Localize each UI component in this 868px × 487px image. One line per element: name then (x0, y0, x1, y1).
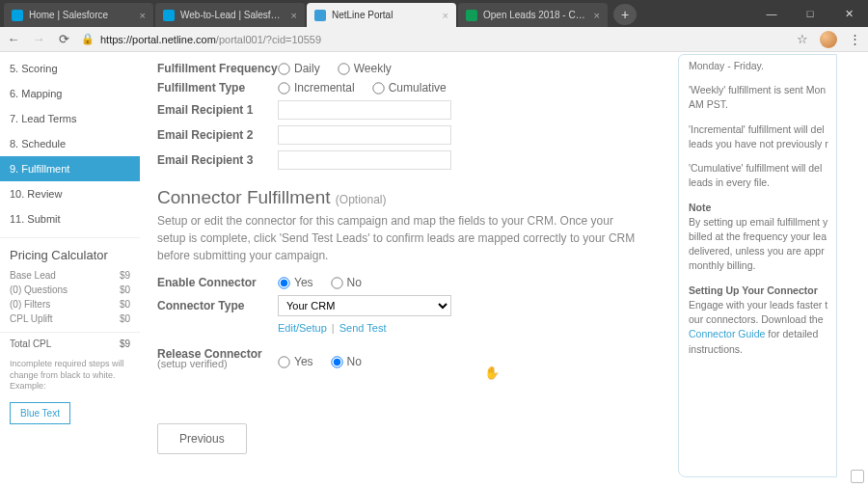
address-bar[interactable]: 🔒 https://portal.netline.com/portal001/?… (81, 33, 785, 45)
help-text: 'Incremental' fulfillment will del leads… (689, 122, 834, 151)
email-recipient-3-input[interactable] (278, 150, 451, 170)
email-recipient-1-input[interactable] (278, 100, 451, 120)
step-review[interactable]: 10. Review (0, 181, 140, 206)
send-test-link[interactable]: Send Test (339, 322, 387, 334)
release-no-radio[interactable]: No (331, 355, 362, 368)
tab-label: NetLine Portal (332, 10, 437, 20)
email-recipient-3-label: Email Recipient 3 (157, 153, 278, 167)
connector-guide-link[interactable]: Connector Guide (689, 328, 765, 339)
page-body: 5. Scoring 6. Mapping 7. Lead Terms 8. S… (0, 52, 868, 487)
close-icon[interactable]: × (594, 10, 600, 21)
forward-icon[interactable]: → (31, 32, 46, 46)
wizard-sidebar: 5. Scoring 6. Mapping 7. Lead Terms 8. S… (0, 52, 140, 487)
tab-label: Open Leads 2018 - Connector T… (483, 10, 588, 20)
previous-button[interactable]: Previous (157, 423, 247, 454)
url-host: https://portal.netline.com (100, 34, 216, 45)
browser-nav-bar: ← → ⟳ 🔒 https://portal.netline.com/porta… (0, 27, 868, 52)
close-icon[interactable]: × (443, 10, 448, 21)
blue-text-example[interactable]: Blue Text (10, 402, 70, 424)
help-text: 'Weekly' fulfillment is sent Mon AM PST. (689, 83, 834, 112)
edit-setup-link[interactable]: Edit/Setup (278, 322, 327, 334)
connector-fulfillment-heading: Connector Fulfillment (Optional) (157, 187, 678, 208)
help-panel: Monday - Friday. 'Weekly' fulfillment is… (678, 54, 837, 477)
email-recipient-2-label: Email Recipient 2 (157, 128, 278, 142)
browser-tab-active[interactable]: NetLine Portal × (307, 3, 456, 27)
avatar[interactable] (820, 31, 837, 48)
browser-tab-strip: Home | Salesforce × Web-to-Lead | Salesf… (0, 0, 868, 27)
type-incremental-radio[interactable]: Incremental (278, 81, 355, 95)
maximize-button[interactable]: □ (791, 0, 829, 27)
step-submit[interactable]: 11. Submit (0, 206, 140, 231)
salesforce-icon (12, 10, 23, 21)
main-content: Fulfillment Frequency Daily Weekly Fulfi… (140, 52, 868, 487)
enable-no-radio[interactable]: No (331, 276, 362, 289)
netline-icon (314, 10, 326, 21)
close-window-button[interactable]: ✕ (829, 0, 868, 27)
browser-tab[interactable]: Open Leads 2018 - Connector T… × (458, 3, 608, 27)
reload-icon[interactable]: ⟳ (56, 32, 71, 46)
freq-daily-radio[interactable]: Daily (278, 62, 320, 75)
pricing-row: CPL Uplift$0 (0, 311, 140, 326)
window-controls: ― □ ✕ (752, 0, 868, 27)
connector-type-label: Connector Type (157, 299, 278, 312)
release-yes-radio[interactable]: Yes (278, 355, 313, 368)
help-text: 'Cumulative' fulfillment will del leads … (689, 161, 834, 190)
connector-type-select[interactable]: Your CRM (278, 295, 451, 316)
tab-label: Home | Salesforce (29, 10, 134, 20)
sidebar-note: Incomplete required steps will change fr… (0, 351, 140, 398)
step-mapping[interactable]: 6. Mapping (0, 81, 140, 106)
minimize-button[interactable]: ― (752, 0, 791, 27)
separator: | (332, 322, 335, 334)
tab-label: Web-to-Lead | Salesforce (180, 10, 285, 20)
email-recipient-1-label: Email Recipient 1 (157, 103, 278, 117)
back-icon[interactable]: ← (6, 32, 21, 46)
new-tab-button[interactable]: + (613, 4, 637, 25)
browser-tab[interactable]: Web-to-Lead | Salesforce × (155, 3, 305, 27)
pricing-row: (0) Questions$0 (0, 283, 140, 297)
email-recipient-2-input[interactable] (278, 125, 451, 145)
menu-icon[interactable]: ⋮ (847, 32, 862, 46)
connector-fulfillment-description: Setup or edit the connector for this cam… (157, 212, 639, 264)
pricing-total: Total CPL$9 (0, 332, 140, 351)
help-text: Monday - Friday. (689, 59, 834, 73)
help-setup: Setting Up Your ConnectorEngage with you… (689, 284, 834, 357)
lock-icon: 🔒 (81, 33, 95, 45)
step-fulfillment[interactable]: 9. Fulfillment (0, 156, 140, 181)
fulfillment-type-label: Fulfillment Type (157, 81, 278, 95)
pricing-calculator-heading: Pricing Calculator (0, 237, 140, 268)
step-scoring[interactable]: 5. Scoring (0, 56, 140, 81)
sheets-icon (466, 10, 477, 21)
type-cumulative-radio[interactable]: Cumulative (372, 81, 447, 95)
close-icon[interactable]: × (140, 10, 146, 21)
pricing-row: Base Lead$9 (0, 268, 140, 283)
star-icon[interactable]: ☆ (795, 32, 810, 46)
enable-yes-radio[interactable]: Yes (278, 276, 313, 289)
step-schedule[interactable]: 8. Schedule (0, 131, 140, 156)
browser-tab[interactable]: Home | Salesforce × (4, 3, 153, 27)
help-note: NoteBy setting up email fulfillment y bi… (689, 201, 834, 274)
pricing-row: (0) Filters$0 (0, 297, 140, 311)
close-icon[interactable]: × (291, 10, 297, 21)
fulfillment-frequency-label: Fulfillment Frequency (157, 62, 278, 75)
enable-connector-label: Enable Connector (157, 276, 278, 289)
freq-weekly-radio[interactable]: Weekly (338, 62, 392, 75)
step-lead-terms[interactable]: 7. Lead Terms (0, 106, 140, 131)
salesforce-icon (163, 10, 175, 21)
url-path: /portal001/?cid=10559 (216, 34, 321, 45)
scroll-indicator-icon[interactable] (851, 470, 864, 483)
